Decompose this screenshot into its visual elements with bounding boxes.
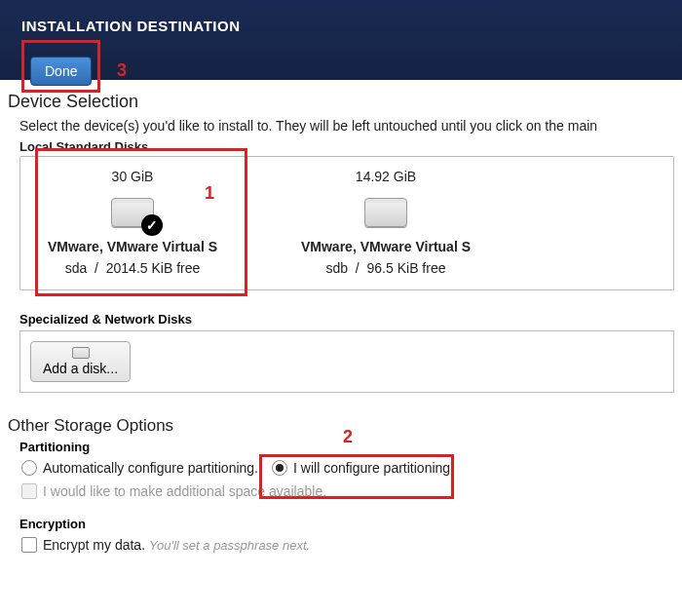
disk-free: sda / 2014.5 KiB free [20,260,245,276]
encrypt-checkbox[interactable]: Encrypt my data. You'll set a passphrase… [21,537,310,553]
disk-size: 14.92 GiB [274,169,498,184]
auto-partition-radio[interactable]: Automatically configure partitioning. [21,460,258,476]
hard-drive-icon [111,198,154,227]
annotation-label-3: 3 [117,60,127,80]
disk-free: sdb / 96.5 KiB free [274,260,498,276]
radio-icon [21,460,37,476]
specialized-disks-label: Specialized & Network Disks [19,312,674,327]
encrypt-label: Encrypt my data. [43,537,145,553]
disk-name: VMware, VMware Virtual S [274,239,498,254]
annotation-box-3: Done [21,40,100,93]
done-button[interactable]: Done [30,57,92,86]
disk-item[interactable]: 14.92 GiB VMware, VMware Virtual S sdb /… [274,169,498,276]
annotation-label-1: 1 [205,183,214,204]
hard-drive-icon [364,198,407,227]
device-selection-subtitle: Select the device(s) you'd like to insta… [19,118,674,134]
device-selection-heading: Device Selection [8,92,674,112]
additional-space-checkbox: I would like to make additional space av… [21,483,326,499]
encryption-label: Encryption [19,517,674,531]
disk-size: 30 GiB [20,169,245,184]
additional-space-label: I would like to make additional space av… [43,483,326,499]
encrypt-hint: You'll set a passphrase next. [149,538,310,553]
checkmark-icon [141,214,163,236]
disk-icon [72,347,90,359]
manual-partition-label: I will configure partitioning. [293,460,454,476]
other-storage-heading: Other Storage Options [8,416,674,436]
annotation-label-2: 2 [343,427,353,447]
add-disk-label: Add a disk... [43,361,118,376]
radio-icon [272,460,287,476]
add-disk-button[interactable]: Add a disk... [30,341,131,382]
local-disks-label: Local Standard Disks [19,139,674,154]
manual-partition-radio[interactable]: I will configure partitioning. [272,460,454,476]
specialized-disks-panel: Add a disk... [19,330,674,393]
checkbox-icon [21,483,37,499]
auto-partition-label: Automatically configure partitioning. [43,460,258,476]
checkbox-icon [21,537,37,553]
disk-name: VMware, VMware Virtual S [20,239,245,254]
local-disks-panel: 30 GiB VMware, VMware Virtual S sda / 20… [19,156,674,290]
page-title: INSTALLATION DESTINATION [21,18,661,34]
